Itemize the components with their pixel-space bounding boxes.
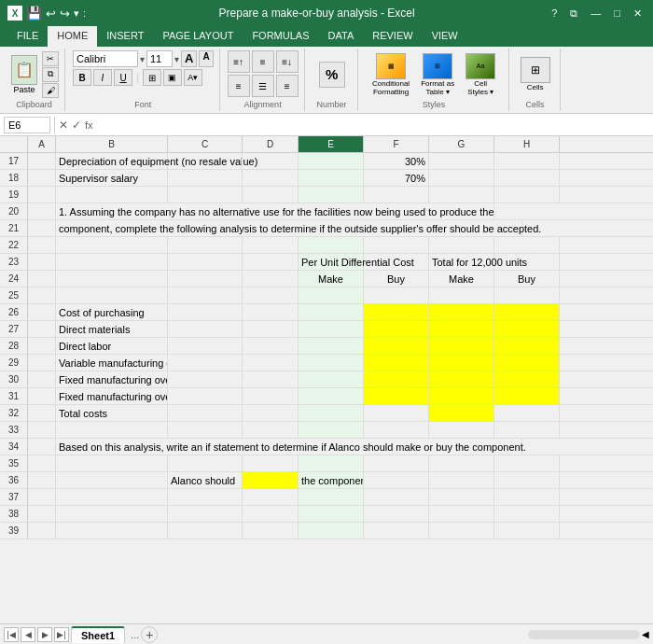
cell-a34[interactable] <box>28 439 56 455</box>
cell-h30[interactable] <box>494 371 560 387</box>
cell-e38[interactable] <box>299 506 364 522</box>
cell-b37[interactable] <box>56 489 168 505</box>
cell-a25[interactable] <box>28 287 56 303</box>
decrease-font-button[interactable]: A <box>199 50 213 67</box>
tab-home[interactable]: HOME <box>48 26 97 47</box>
cell-c25[interactable] <box>168 287 243 303</box>
cell-e33[interactable] <box>299 422 364 438</box>
cell-b34-wide[interactable]: Based on this analysis, write an if stat… <box>56 439 522 455</box>
cell-a33[interactable] <box>28 422 56 438</box>
cell-b18[interactable]: Supervisor salary <box>56 170 168 186</box>
tab-nav-first[interactable]: |◀ <box>4 627 19 642</box>
cell-g27[interactable] <box>429 321 494 337</box>
copy-button[interactable]: ⧉ <box>42 67 59 82</box>
col-header-g[interactable]: G <box>429 136 494 152</box>
cell-d36[interactable] <box>243 472 299 488</box>
save-icon[interactable]: 💾 <box>26 6 42 21</box>
cell-a19[interactable] <box>28 187 56 203</box>
col-header-e[interactable]: E <box>299 136 364 152</box>
cell-d18[interactable] <box>243 170 299 186</box>
cell-b20-wide[interactable]: 1. Assuming the company has no alternati… <box>56 203 494 219</box>
tab-page-layout[interactable]: PAGE LAYOUT <box>153 26 243 47</box>
font-size-dropdown[interactable]: ▾ <box>174 54 179 64</box>
enter-formula-icon[interactable]: ✓ <box>72 119 81 132</box>
cell-g17[interactable] <box>429 153 494 169</box>
cell-f19[interactable] <box>364 187 429 203</box>
cell-f35[interactable] <box>364 455 429 471</box>
cell-f39[interactable] <box>364 523 429 539</box>
cell-g22[interactable] <box>429 237 494 253</box>
cell-d24[interactable] <box>243 271 299 287</box>
cell-d23[interactable] <box>243 254 299 270</box>
tab-nav-last[interactable]: ▶| <box>54 627 69 642</box>
cell-styles-button[interactable]: Aa CellStyles ▾ <box>462 51 499 98</box>
insert-function-icon[interactable]: fx <box>85 119 93 131</box>
horizontal-scrollbar[interactable] <box>528 630 640 639</box>
cancel-formula-icon[interactable]: ✕ <box>59 119 68 132</box>
cell-d30[interactable] <box>243 371 299 387</box>
cell-b31[interactable]: Fixed manufacturing overhead, common <box>56 388 168 404</box>
cell-d33[interactable] <box>243 422 299 438</box>
align-top-button[interactable]: ≡↑ <box>228 50 250 73</box>
cell-f33[interactable] <box>364 422 429 438</box>
cell-a30[interactable] <box>28 371 56 387</box>
cell-h33[interactable] <box>494 422 560 438</box>
cell-reference-input[interactable] <box>4 117 50 133</box>
cell-f22[interactable] <box>364 237 429 253</box>
cell-e23[interactable]: Per Unit Differential Cost <box>299 254 364 270</box>
italic-button[interactable]: I <box>93 69 112 86</box>
cell-g39[interactable] <box>429 523 494 539</box>
col-header-a[interactable]: A <box>28 136 56 152</box>
cell-a17[interactable] <box>28 153 56 169</box>
align-center-button[interactable]: ☰ <box>252 75 274 97</box>
cell-a32[interactable] <box>28 405 56 421</box>
cell-e26[interactable] <box>299 304 364 320</box>
tab-review[interactable]: REVIEW <box>363 26 422 47</box>
cell-b25[interactable] <box>56 287 168 303</box>
cell-e18[interactable] <box>299 170 364 186</box>
tab-insert[interactable]: INSERT <box>97 26 153 47</box>
align-left-button[interactable]: ≡ <box>228 75 250 97</box>
window-controls[interactable]: ? ⧉ — □ ✕ <box>548 6 646 21</box>
cell-a38[interactable] <box>28 506 56 522</box>
cell-h18[interactable] <box>494 170 560 186</box>
cell-e30[interactable] <box>299 371 364 387</box>
help-button[interactable]: ? <box>548 6 561 21</box>
cell-g24[interactable]: Make <box>429 271 494 287</box>
cell-d28[interactable] <box>243 338 299 354</box>
format-as-table-button[interactable]: ⊞ Format asTable ▾ <box>417 51 458 98</box>
cell-c28[interactable] <box>168 338 243 354</box>
cell-c37[interactable] <box>168 489 243 505</box>
cell-f31[interactable] <box>364 388 429 404</box>
cell-f17[interactable]: 30% <box>364 153 429 169</box>
cell-e19[interactable] <box>299 187 364 203</box>
cell-b26[interactable]: Cost of purchasing <box>56 304 168 320</box>
cell-d27[interactable] <box>243 321 299 337</box>
cell-c23[interactable] <box>168 254 243 270</box>
cell-d39[interactable] <box>243 523 299 539</box>
cell-f32[interactable] <box>364 405 429 421</box>
cell-f23[interactable] <box>364 254 429 270</box>
cell-d31[interactable] <box>243 388 299 404</box>
cell-b17[interactable]: Depreciation of equipment (no resale val… <box>56 153 168 169</box>
cell-f28[interactable] <box>364 338 429 354</box>
col-header-d[interactable]: D <box>243 136 299 152</box>
font-name-input[interactable] <box>73 50 138 67</box>
percent-button[interactable]: % <box>319 62 345 88</box>
cell-c27[interactable] <box>168 321 243 337</box>
cell-c30[interactable] <box>168 371 243 387</box>
fill-color-button[interactable]: ▣ <box>163 69 182 86</box>
underline-button[interactable]: U <box>114 69 132 86</box>
cell-a24[interactable] <box>28 271 56 287</box>
paste-button[interactable]: 📋 Paste <box>9 53 39 96</box>
cell-d25[interactable] <box>243 287 299 303</box>
cell-a23[interactable] <box>28 254 56 270</box>
cell-f25[interactable] <box>364 287 429 303</box>
cell-e36[interactable]: the component <box>299 472 364 488</box>
cell-e32[interactable] <box>299 405 364 421</box>
tab-data[interactable]: DATA <box>319 26 364 47</box>
font-name-dropdown[interactable]: ▾ <box>140 54 145 64</box>
cell-g23[interactable]: Total for 12,000 units <box>429 254 494 270</box>
cell-h37[interactable] <box>494 489 560 505</box>
cell-d22[interactable] <box>243 237 299 253</box>
